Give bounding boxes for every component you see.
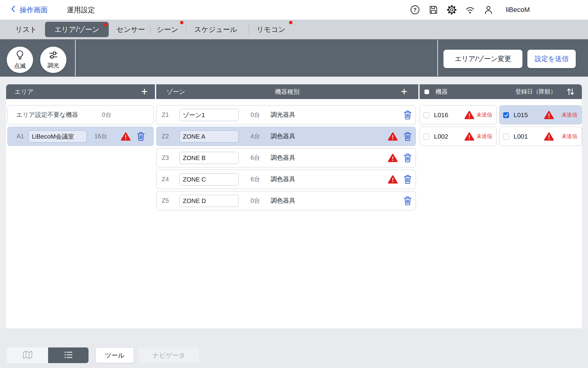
zone-count: 0台: [251, 105, 260, 124]
zone-header: ゾーン 機器種別 +: [156, 84, 418, 99]
unsent-status: 未送信: [477, 105, 492, 124]
device-header: 機器 登録日（降順）: [420, 84, 582, 99]
zone-count: 6台: [251, 170, 260, 189]
save-icon[interactable]: [428, 5, 439, 15]
zone-type: 調色器具: [271, 170, 295, 189]
zone-header-label: ゾーン: [167, 88, 185, 96]
area-header-label: エリア: [15, 88, 33, 96]
map-icon: [22, 350, 33, 361]
area-row[interactable]: A1 16台: [7, 127, 154, 146]
warning-icon: [388, 148, 398, 167]
dim-label: 調光: [47, 62, 59, 70]
dim-button[interactable]: 調光: [40, 47, 66, 73]
zone-id: Z5: [162, 191, 169, 210]
delete-area-icon[interactable]: [136, 127, 145, 146]
zone-row[interactable]: Z2 4台 調色器具: [156, 127, 416, 146]
sort-order-label: 登録日（降順）: [515, 84, 556, 99]
device-header-label: 機器: [435, 88, 448, 96]
zone-count: 0台: [251, 191, 260, 210]
tab-sensor[interactable]: センサー: [116, 20, 145, 39]
add-area-icon[interactable]: +: [141, 84, 148, 99]
zone-id: Z1: [162, 105, 169, 124]
zone-row[interactable]: Z1 0台 調光器具: [156, 105, 416, 125]
send-settings-button[interactable]: 設定を送信: [527, 50, 576, 68]
app-header: 操作画面 運用設定 ?: [0, 0, 588, 20]
user-name: liBecoM: [506, 6, 530, 14]
list-view-button[interactable]: [48, 347, 89, 363]
zone-name-input[interactable]: [179, 173, 239, 186]
delete-zone-icon[interactable]: [403, 170, 412, 189]
notification-dot: [289, 21, 292, 24]
delete-zone-icon[interactable]: [403, 105, 412, 124]
area-header: エリア +: [6, 84, 155, 99]
delete-zone-icon[interactable]: [403, 148, 412, 167]
zone-name-input[interactable]: [179, 195, 239, 207]
zone-id: Z3: [162, 148, 169, 167]
warning-icon: [388, 170, 398, 189]
device-type-header-label: 機器種別: [275, 88, 300, 96]
device-card[interactable]: L001 未送信: [499, 127, 582, 146]
zone-count: 4台: [251, 127, 260, 146]
navigator-button[interactable]: ナビゲータ: [139, 347, 199, 363]
sort-icon[interactable]: [566, 87, 575, 98]
tab-schedule[interactable]: スケジュール: [194, 20, 237, 39]
toolbar: 点滅 調光 エリア/ゾーン変更 設定を送信: [0, 39, 588, 77]
device-checkbox[interactable]: [424, 112, 429, 118]
map-view-button[interactable]: [7, 347, 48, 363]
blink-button[interactable]: 点滅: [7, 47, 33, 73]
warning-icon: [465, 111, 474, 121]
zone-row[interactable]: Z4 6台 調色器具: [156, 170, 416, 189]
area-name-input[interactable]: [28, 130, 87, 143]
tab-scene[interactable]: シーン: [157, 20, 178, 39]
device-id: L015: [514, 105, 528, 124]
device-card[interactable]: L015 未送信: [499, 105, 582, 125]
person-icon[interactable]: [483, 5, 494, 15]
zone-row[interactable]: Z3 6台 調色器具: [156, 148, 416, 167]
warning-icon: [544, 111, 554, 121]
zone-type: 調色器具: [271, 191, 295, 210]
device-id: L001: [514, 127, 528, 146]
device-checkbox[interactable]: [503, 134, 509, 140]
tab-area-zone-label: エリア/ゾーン: [54, 25, 99, 34]
tool-button[interactable]: ツール: [96, 347, 134, 363]
notification-dot: [104, 23, 107, 26]
zone-type: 調光器具: [271, 105, 295, 124]
zone-name-input[interactable]: [179, 152, 239, 164]
zone-row[interactable]: Z5 0台 調色器具: [156, 191, 416, 210]
tab-remote[interactable]: リモコン: [257, 20, 285, 39]
help-icon[interactable]: ?: [410, 5, 420, 15]
back-button[interactable]: 操作画面: [11, 0, 48, 20]
unassigned-count: 0台: [102, 105, 111, 124]
content-panel: エリア + エリア設定不要な機器 0台 A1 16台 ゾーン 機器種別 +: [6, 84, 582, 328]
toolbar-divider: [75, 40, 76, 76]
device-card[interactable]: L002 未送信: [420, 127, 497, 146]
sliders-icon: [48, 50, 58, 61]
device-checkbox[interactable]: [424, 134, 429, 140]
tab-area-zone[interactable]: エリア/ゾーン: [45, 22, 109, 37]
zone-column: ゾーン 機器種別 + Z1 0台 調光器具 Z2 4台 調色器具: [156, 84, 418, 328]
wifi-icon[interactable]: [465, 5, 475, 15]
select-all-checkbox[interactable]: [424, 90, 429, 94]
warning-icon: [121, 127, 130, 146]
tab-divider: [249, 25, 249, 34]
area-column: エリア + エリア設定不要な機器 0台 A1 16台: [6, 84, 155, 328]
zone-name-input[interactable]: [179, 109, 239, 121]
area-row-unassigned[interactable]: エリア設定不要な機器 0台: [7, 105, 154, 125]
device-checkbox[interactable]: [503, 112, 509, 118]
gear-icon[interactable]: [447, 5, 457, 15]
add-zone-icon[interactable]: +: [401, 84, 407, 99]
tab-list[interactable]: リスト: [15, 20, 37, 39]
device-card[interactable]: L016 未送信: [420, 105, 497, 125]
svg-text:?: ?: [413, 7, 417, 13]
zone-name-input[interactable]: [179, 130, 239, 143]
lightbulb-icon: [15, 50, 25, 61]
delete-zone-icon[interactable]: [403, 191, 412, 210]
delete-zone-icon[interactable]: [403, 127, 412, 146]
warning-icon: [544, 132, 554, 142]
change-area-zone-button[interactable]: エリア/ゾーン変更: [443, 50, 522, 68]
warning-icon: [388, 127, 398, 146]
device-id: L016: [434, 105, 448, 124]
tab-divider: [186, 25, 186, 34]
toolbar-divider: [437, 40, 438, 76]
area-id: A1: [17, 127, 24, 146]
